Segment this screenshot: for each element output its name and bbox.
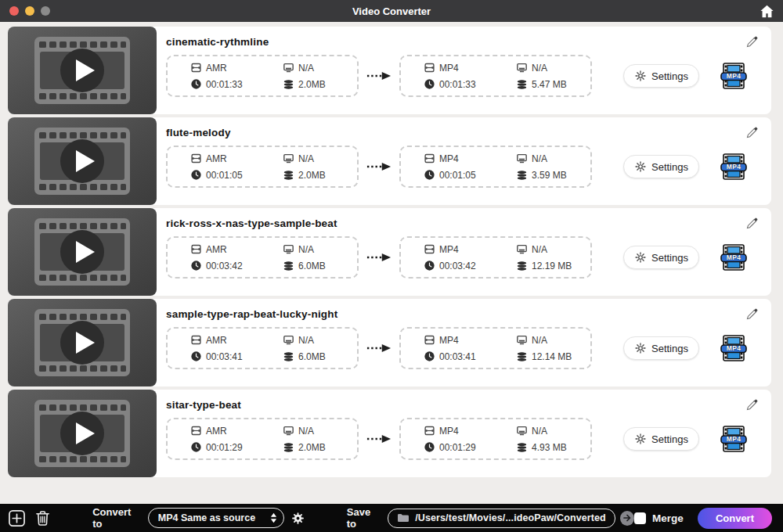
settings-button[interactable]: Settings [623, 64, 699, 88]
size-stack-icon [517, 352, 527, 361]
minimize-window-button[interactable] [25, 6, 34, 16]
save-path-value: /Users/test/Movies/...ideoPaw/Converted [415, 512, 606, 523]
film-format-icon [424, 426, 435, 436]
target-duration: 00:01:29 [424, 442, 517, 453]
size-stack-icon [283, 80, 294, 89]
mp4-badge-label: MP4 [720, 72, 748, 80]
settings-button[interactable]: Settings [623, 246, 699, 269]
source-size: 2.0MB [283, 170, 357, 181]
gear-icon [634, 251, 647, 264]
file-title: cinematic-rythmline [166, 36, 771, 48]
close-window-button[interactable] [9, 6, 19, 16]
file-title: flute-melody [166, 127, 771, 138]
target-info-box: MP4 N/A 00:01:29 4.93 MB [399, 418, 592, 460]
target-format: MP4 [424, 244, 517, 255]
target-size: 3.59 MB [517, 170, 590, 181]
source-resolution: N/A [283, 244, 357, 255]
save-path-field[interactable]: /Users/test/Movies/...ideoPaw/Converted [388, 509, 615, 528]
clock-icon [191, 79, 201, 89]
bottom-toolbar: Convert to MP4 Same as source Save to /U… [0, 504, 783, 532]
file-row: rick-ross-x-nas-type-sample-beat AMR N/A… [8, 208, 771, 296]
edit-pencil-icon[interactable] [745, 217, 759, 230]
convert-arrow-icon [359, 343, 399, 353]
monitor-icon [283, 335, 294, 345]
monitor-icon [283, 244, 294, 254]
monitor-icon [517, 244, 527, 254]
mp4-format-icon: MP4 [720, 334, 748, 362]
clock-icon [191, 442, 201, 452]
source-format: AMR [191, 63, 283, 74]
video-thumbnail[interactable] [8, 117, 157, 205]
target-info-box: MP4 N/A 00:01:33 5.47 MB [399, 55, 592, 97]
format-settings-gear-icon[interactable] [291, 512, 305, 525]
merge-label: Merge [652, 512, 684, 524]
target-info-box: MP4 N/A 00:03:42 12.19 MB [399, 236, 592, 279]
target-size: 12.14 MB [517, 351, 590, 362]
target-info-box: MP4 N/A 00:03:41 12.14 MB [399, 327, 592, 369]
clock-icon [191, 261, 201, 271]
file-title: sample-type-rap-beat-lucky-night [166, 308, 771, 320]
target-duration: 00:03:41 [424, 351, 517, 362]
target-resolution: N/A [517, 244, 590, 255]
edit-pencil-icon[interactable] [745, 126, 759, 139]
open-folder-button[interactable] [620, 511, 634, 526]
source-size: 6.0MB [283, 351, 357, 362]
file-row: flute-melody AMR N/A 00:01:05 2.0MB MP4 … [8, 117, 771, 205]
settings-button[interactable]: Settings [623, 155, 699, 178]
target-format: MP4 [424, 153, 517, 164]
traffic-lights [9, 6, 50, 16]
target-size: 5.47 MB [517, 79, 590, 90]
film-format-icon [191, 426, 201, 436]
add-file-button[interactable] [8, 509, 26, 527]
source-info-box: AMR N/A 00:03:41 6.0MB [166, 327, 359, 369]
video-thumbnail[interactable] [8, 27, 157, 114]
home-icon[interactable] [758, 3, 775, 19]
target-size: 12.19 MB [517, 261, 590, 271]
source-format: AMR [191, 426, 283, 437]
source-info-box: AMR N/A 00:01:05 2.0MB [166, 146, 359, 188]
film-format-icon [424, 153, 435, 164]
window-title: Video Converter [0, 5, 783, 17]
clock-icon [424, 351, 435, 361]
video-thumbnail[interactable] [8, 390, 157, 477]
up-down-arrows-icon [270, 512, 277, 523]
source-size: 2.0MB [283, 79, 357, 90]
mp4-badge-label: MP4 [720, 163, 748, 171]
settings-button[interactable]: Settings [623, 427, 699, 451]
file-title: sitar-type-beat [166, 399, 771, 411]
settings-button[interactable]: Settings [623, 336, 699, 360]
source-format: AMR [191, 335, 283, 346]
output-format-select[interactable]: MP4 Same as source [148, 508, 284, 528]
clock-icon [424, 261, 435, 271]
edit-pencil-icon[interactable] [745, 307, 759, 321]
target-resolution: N/A [517, 153, 590, 164]
target-duration: 00:01:33 [424, 79, 517, 90]
gear-icon [634, 70, 647, 82]
source-resolution: N/A [283, 426, 357, 437]
merge-checkbox[interactable] [634, 512, 646, 524]
source-format: AMR [191, 244, 283, 255]
convert-button[interactable]: Convert [698, 508, 772, 529]
save-to-label: Save to [347, 506, 382, 530]
gear-icon [634, 342, 647, 354]
size-stack-icon [517, 443, 527, 452]
source-resolution: N/A [283, 153, 357, 164]
file-row: sample-type-rap-beat-lucky-night AMR N/A… [8, 299, 771, 386]
mp4-badge-label: MP4 [720, 253, 748, 261]
edit-pencil-icon[interactable] [745, 35, 759, 49]
gear-icon [634, 160, 647, 173]
target-format: MP4 [424, 335, 517, 346]
monitor-icon [283, 426, 294, 436]
delete-file-button[interactable] [34, 509, 52, 527]
file-row: cinematic-rythmline AMR N/A 00:01:33 2.0… [8, 27, 771, 114]
monitor-icon [517, 63, 527, 73]
output-format-value: MP4 Same as source [158, 512, 255, 523]
video-thumbnail[interactable] [8, 299, 157, 386]
source-size: 2.0MB [283, 442, 357, 453]
video-thumbnail[interactable] [8, 208, 157, 296]
target-duration: 00:03:42 [424, 261, 517, 271]
source-format: AMR [191, 153, 283, 164]
clock-icon [424, 170, 435, 180]
size-stack-icon [517, 261, 527, 271]
edit-pencil-icon[interactable] [745, 398, 759, 412]
